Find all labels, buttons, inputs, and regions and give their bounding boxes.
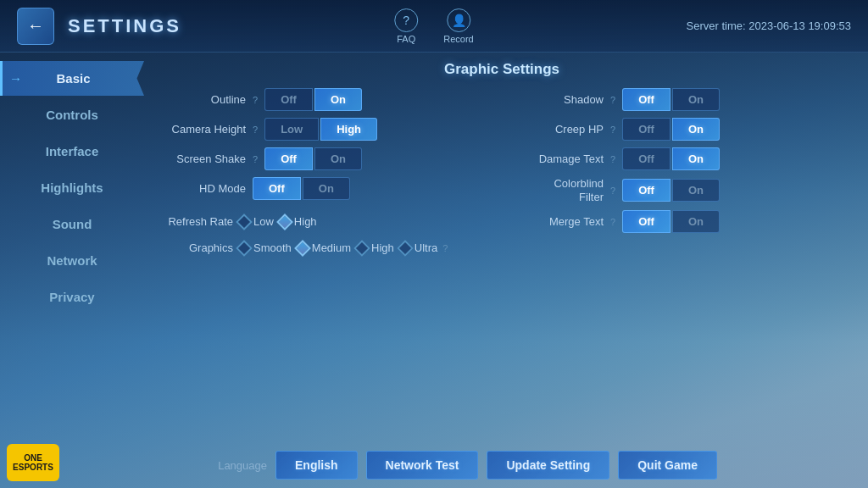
- content-area: Graphic Settings Outline ? Off On Camera…: [144, 53, 868, 488]
- colorblind-help-icon[interactable]: ?: [610, 186, 615, 196]
- colorblind-off-btn[interactable]: Off: [622, 179, 670, 202]
- camera-low-btn[interactable]: Low: [264, 118, 319, 141]
- graphics-row: Graphics Smooth Medium High: [153, 238, 493, 258]
- camera-height-label: Camera Height: [153, 123, 246, 136]
- graphics-high-diamond: [353, 240, 370, 257]
- quit-game-button[interactable]: Quit Game: [618, 451, 717, 480]
- damage-text-row: Damage Text ? Off On: [510, 147, 851, 170]
- camera-height-toggle: Low High: [264, 118, 377, 141]
- damage-text-toggle: Off On: [622, 147, 720, 170]
- graphics-ultra-diamond: [397, 240, 414, 257]
- hd-mode-label: HD Mode: [153, 182, 246, 195]
- graphics-label: Graphics: [153, 241, 233, 254]
- graphics-medium-diamond: [294, 240, 311, 257]
- damage-text-on-btn[interactable]: On: [672, 147, 720, 170]
- merge-text-help-icon[interactable]: ?: [610, 217, 615, 227]
- sidebar-item-network[interactable]: Network: [0, 243, 144, 278]
- hd-mode-row: HD Mode Off On: [153, 177, 493, 200]
- english-button[interactable]: English: [275, 451, 358, 480]
- graphics-smooth-diamond: [236, 240, 253, 257]
- refresh-low-label: Low: [253, 215, 274, 228]
- back-button[interactable]: ←: [17, 8, 54, 45]
- screen-shake-row: Screen Shake ? Off On: [153, 147, 493, 170]
- top-center-icons: ? FAQ 👤 Record: [394, 8, 473, 44]
- faq-button[interactable]: ? FAQ: [394, 8, 418, 44]
- main-content: Basic Controls Interface Highlights Soun…: [0, 53, 868, 488]
- hd-mode-toggle: Off On: [253, 177, 350, 200]
- one-esports-logo: ONE ESPORTS: [7, 444, 59, 481]
- graphics-ultra-label: Ultra: [415, 241, 437, 254]
- top-bar: ← SETTINGS ? FAQ 👤 Record Server time: 2…: [0, 0, 868, 53]
- outline-on-btn[interactable]: On: [314, 88, 362, 111]
- settings-grid: Outline ? Off On Camera Height ? Low Hig…: [153, 88, 851, 439]
- creep-hp-on-btn[interactable]: On: [672, 118, 720, 141]
- refresh-high-diamond: [276, 214, 293, 230]
- screen-shake-label: Screen Shake: [153, 152, 246, 165]
- screen-shake-on-btn[interactable]: On: [314, 147, 362, 170]
- merge-text-toggle: Off On: [622, 210, 720, 233]
- sidebar: Basic Controls Interface Highlights Soun…: [0, 53, 144, 488]
- page-title: SETTINGS: [68, 15, 181, 37]
- colorblind-toggle: Off On: [622, 179, 720, 202]
- network-test-button[interactable]: Network Test: [366, 451, 479, 480]
- screen-shake-toggle: Off On: [264, 147, 362, 170]
- camera-help-icon[interactable]: ?: [253, 125, 258, 135]
- hd-mode-off-btn[interactable]: Off: [253, 177, 301, 200]
- language-action-row: Language English Network Test Update Set…: [153, 451, 851, 480]
- merge-text-off-btn[interactable]: Off: [622, 210, 670, 233]
- sidebar-item-privacy[interactable]: Privacy: [0, 280, 144, 314]
- camera-high-btn[interactable]: High: [320, 118, 377, 141]
- shadow-toggle: Off On: [622, 88, 720, 111]
- camera-height-row: Camera Height ? Low High: [153, 118, 493, 141]
- sidebar-item-highlights[interactable]: Highlights: [0, 170, 144, 205]
- faq-icon: ?: [394, 8, 418, 32]
- record-icon: 👤: [447, 8, 470, 32]
- damage-text-off-btn[interactable]: Off: [622, 147, 670, 170]
- update-setting-button[interactable]: Update Setting: [487, 451, 609, 480]
- record-button[interactable]: 👤 Record: [443, 8, 473, 44]
- graphics-ultra-option[interactable]: Ultra: [399, 241, 437, 254]
- shadow-row: Shadow ? Off On: [510, 88, 851, 111]
- creep-hp-toggle: Off On: [622, 118, 720, 141]
- server-time: Server time: 2023-06-13 19:09:53: [687, 19, 851, 32]
- graphics-medium-label: Medium: [312, 241, 351, 254]
- shadow-help-icon[interactable]: ?: [610, 95, 615, 105]
- colorblind-row: ColorblindFilter ? Off On: [510, 177, 851, 203]
- refresh-high-label: High: [294, 215, 317, 228]
- colorblind-on-btn[interactable]: On: [672, 179, 720, 202]
- graphics-smooth-option[interactable]: Smooth: [238, 241, 292, 254]
- graphics-help-icon[interactable]: ?: [442, 243, 448, 253]
- hd-mode-on-btn[interactable]: On: [303, 177, 350, 200]
- shadow-off-btn[interactable]: Off: [622, 88, 670, 111]
- merge-text-label: Merge Text: [510, 215, 604, 228]
- graphics-high-label: High: [371, 241, 394, 254]
- outline-toggle: Off On: [264, 88, 362, 111]
- outline-off-btn[interactable]: Off: [264, 88, 313, 111]
- creep-hp-row: Creep HP ? Off On: [510, 118, 851, 141]
- language-label: Language: [186, 459, 267, 472]
- refresh-rate-row: Refresh Rate Low High: [153, 212, 493, 231]
- right-column: Shadow ? Off On Creep HP ? Off On: [510, 88, 851, 439]
- screen-shake-off-btn[interactable]: Off: [264, 147, 313, 170]
- section-title: Graphic Settings: [153, 61, 851, 78]
- sidebar-item-sound[interactable]: Sound: [0, 207, 144, 241]
- screen-shake-help-icon[interactable]: ?: [253, 154, 258, 164]
- graphics-smooth-label: Smooth: [253, 241, 292, 254]
- creep-hp-help-icon[interactable]: ?: [610, 125, 615, 135]
- merge-text-on-btn[interactable]: On: [672, 210, 720, 233]
- outline-label: Outline: [153, 93, 246, 106]
- sidebar-item-basic[interactable]: Basic: [0, 61, 144, 96]
- refresh-low-diamond: [236, 214, 253, 230]
- outline-help-icon[interactable]: ?: [253, 95, 258, 105]
- graphics-high-option[interactable]: High: [356, 241, 394, 254]
- shadow-on-btn[interactable]: On: [672, 88, 720, 111]
- merge-text-row: Merge Text ? Off On: [510, 210, 851, 233]
- creep-hp-off-btn[interactable]: Off: [622, 118, 670, 141]
- damage-text-help-icon[interactable]: ?: [610, 154, 615, 164]
- sidebar-item-controls[interactable]: Controls: [0, 97, 144, 132]
- colorblind-label: ColorblindFilter: [510, 177, 604, 203]
- graphics-medium-option[interactable]: Medium: [297, 241, 351, 254]
- refresh-high-option[interactable]: High: [279, 215, 317, 228]
- refresh-low-option[interactable]: Low: [238, 215, 274, 228]
- sidebar-item-interface[interactable]: Interface: [0, 134, 144, 169]
